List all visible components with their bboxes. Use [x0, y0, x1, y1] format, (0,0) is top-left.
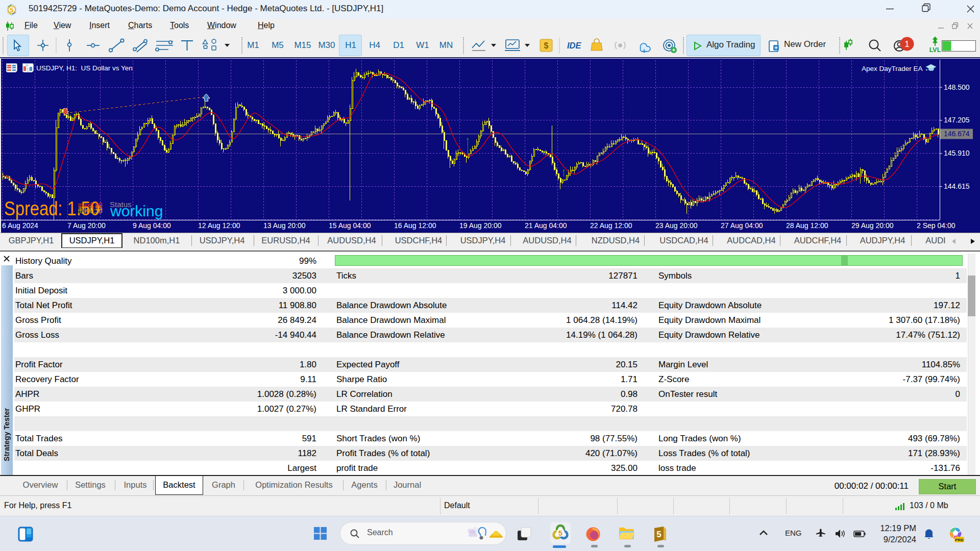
- svg-text:22 Aug 12:00: 22 Aug 12:00: [590, 221, 632, 230]
- svg-text:146.674: 146.674: [944, 130, 970, 138]
- svg-text:2 Sep 04:00: 2 Sep 04:00: [917, 221, 955, 230]
- svg-text:5: 5: [10, 6, 13, 14]
- svg-text:148.500: 148.500: [944, 83, 970, 91]
- svg-text:6 Aug 2024: 6 Aug 2024: [2, 221, 38, 230]
- svg-text:Apex DayTrader EA: Apex DayTrader EA: [862, 65, 923, 72]
- svg-text:PRE: PRE: [955, 538, 964, 542]
- svg-text:12 Aug 12:00: 12 Aug 12:00: [198, 221, 240, 230]
- svg-text:IDE: IDE: [567, 41, 582, 50]
- svg-text:13 Aug 20:00: 13 Aug 20:00: [263, 221, 306, 230]
- svg-text:27 Aug 04:00: 27 Aug 04:00: [721, 221, 763, 230]
- svg-text:21 Aug 04:00: 21 Aug 04:00: [525, 221, 567, 230]
- svg-text:9 Aug 04:00: 9 Aug 04:00: [133, 221, 171, 230]
- svg-text:23 Aug 20:00: 23 Aug 20:00: [655, 221, 698, 230]
- svg-text:5: 5: [656, 530, 661, 539]
- svg-text:$: $: [544, 41, 549, 50]
- svg-text:LVL: LVL: [929, 46, 941, 54]
- svg-text:15 Aug 04:00: 15 Aug 04:00: [329, 221, 371, 230]
- svg-text:19 Aug 20:00: 19 Aug 20:00: [459, 221, 502, 230]
- svg-text:145.910: 145.910: [944, 149, 970, 157]
- svg-text:1: 1: [904, 39, 909, 49]
- svg-text:USDJPY, H1: US Dollar vs Yen: USDJPY, H1: US Dollar vs Yen: [36, 64, 133, 72]
- svg-text:16 Aug 12:00: 16 Aug 12:00: [394, 221, 436, 230]
- svg-text:5: 5: [558, 529, 562, 537]
- svg-text:29 Aug 20:00: 29 Aug 20:00: [851, 221, 894, 230]
- svg-text:7 Aug 20:00: 7 Aug 20:00: [67, 221, 106, 230]
- svg-text:28 Aug 12:00: 28 Aug 12:00: [786, 221, 828, 230]
- svg-text:147.205: 147.205: [944, 116, 970, 124]
- svg-text:min:0.30: min:0.30: [78, 208, 102, 215]
- svg-text:working: working: [110, 203, 163, 219]
- svg-text:144.615: 144.615: [944, 182, 970, 190]
